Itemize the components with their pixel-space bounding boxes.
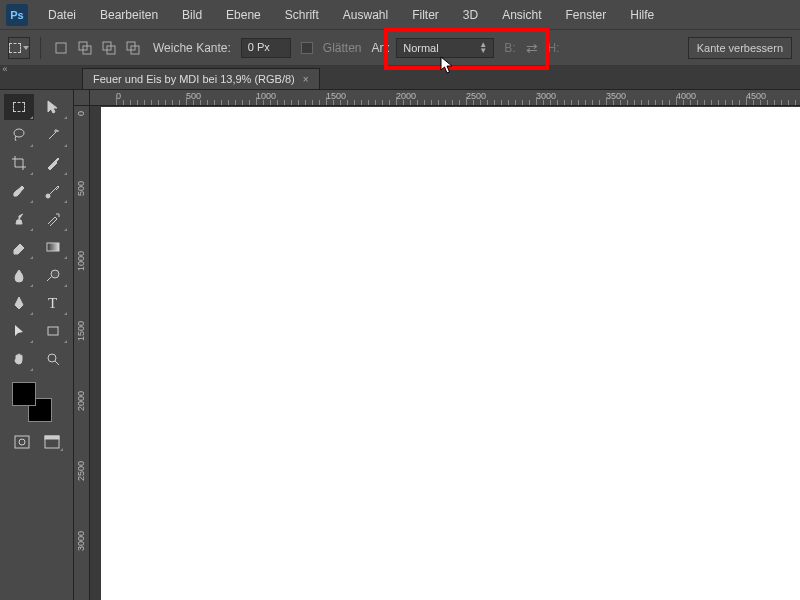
toolbox: T	[0, 90, 74, 600]
vertical-ruler[interactable]: 050010001500200025003000	[74, 106, 90, 600]
healing-brush-tool[interactable]	[4, 178, 34, 204]
menu-datei[interactable]: Datei	[36, 2, 88, 28]
selection-subtract-icon[interactable]	[99, 38, 119, 58]
style-label: Art:	[372, 41, 391, 55]
svg-point-11	[51, 270, 59, 278]
swap-dimensions-icon: ⇄	[526, 40, 538, 56]
canvas[interactable]	[101, 107, 800, 600]
width-label: B:	[504, 41, 515, 55]
foreground-color[interactable]	[12, 382, 36, 406]
menu-bearbeiten[interactable]: Bearbeiten	[88, 2, 170, 28]
magic-wand-tool[interactable]	[38, 122, 68, 148]
svg-rect-13	[48, 327, 58, 335]
style-value: Normal	[403, 42, 438, 54]
screenmode-button[interactable]	[40, 432, 64, 452]
marquee-tool[interactable]	[4, 94, 34, 120]
feather-input[interactable]: 0 Px	[241, 38, 291, 58]
document-tab-title: Feuer und Eis by MDI bei 13,9% (RGB/8)	[93, 73, 295, 85]
menu-schrift[interactable]: Schrift	[273, 2, 331, 28]
zoom-tool[interactable]	[38, 346, 68, 372]
move-tool[interactable]	[38, 94, 68, 120]
height-label: H:	[548, 41, 560, 55]
document-tab-bar: Feuer und Eis by MDI bei 13,9% (RGB/8) ×	[0, 66, 800, 90]
crop-tool[interactable]	[4, 150, 34, 176]
svg-rect-19	[45, 436, 59, 439]
dropdown-arrows-icon: ▲▼	[479, 42, 487, 54]
horizontal-ruler[interactable]: 050010001500200025003000350040004500	[90, 90, 800, 106]
ruler-origin[interactable]	[74, 90, 90, 106]
gradient-tool[interactable]	[38, 234, 68, 260]
shape-tool[interactable]	[38, 318, 68, 344]
svg-line-8	[49, 132, 56, 139]
svg-rect-10	[47, 243, 59, 251]
menu-ansicht[interactable]: Ansicht	[490, 2, 553, 28]
dodge-tool[interactable]	[38, 262, 68, 288]
svg-point-17	[19, 439, 25, 445]
history-brush-tool[interactable]	[38, 206, 68, 232]
quickmask-button[interactable]	[10, 432, 34, 452]
menu-filter[interactable]: Filter	[400, 2, 451, 28]
close-tab-icon[interactable]: ×	[303, 74, 309, 85]
app-logo: Ps	[6, 4, 28, 26]
eyedropper-tool[interactable]	[38, 150, 68, 176]
menu-hilfe[interactable]: Hilfe	[618, 2, 666, 28]
hand-tool[interactable]	[4, 346, 34, 372]
menu-auswahl[interactable]: Auswahl	[331, 2, 400, 28]
path-selection-tool[interactable]	[4, 318, 34, 344]
clone-stamp-tool[interactable]	[4, 206, 34, 232]
canvas-area: 050010001500200025003000350040004500 050…	[74, 90, 800, 600]
options-bar: Weiche Kante: 0 Px Glätten Art: Normal ▲…	[0, 30, 800, 66]
svg-point-9	[46, 194, 50, 198]
brush-tool[interactable]	[38, 178, 68, 204]
selection-mode-group	[51, 38, 143, 58]
menu-3d[interactable]: 3D	[451, 2, 490, 28]
svg-point-7	[14, 129, 24, 137]
style-dropdown[interactable]: Normal ▲▼	[396, 38, 494, 58]
svg-line-15	[55, 361, 59, 365]
eraser-tool[interactable]	[4, 234, 34, 260]
collapse-handle-icon[interactable]: «	[0, 64, 10, 78]
menu-bild[interactable]: Bild	[170, 2, 214, 28]
blur-tool[interactable]	[4, 262, 34, 288]
color-swatch[interactable]	[12, 382, 52, 422]
selection-intersect-icon[interactable]	[123, 38, 143, 58]
document-tab[interactable]: Feuer und Eis by MDI bei 13,9% (RGB/8) ×	[82, 68, 320, 89]
type-tool[interactable]: T	[38, 290, 68, 316]
menu-fenster[interactable]: Fenster	[554, 2, 619, 28]
antialias-label: Glätten	[323, 41, 362, 55]
selection-new-icon[interactable]	[51, 38, 71, 58]
lasso-tool[interactable]	[4, 122, 34, 148]
feather-label: Weiche Kante:	[153, 41, 231, 55]
menu-ebene[interactable]: Ebene	[214, 2, 273, 28]
menu-bar: Ps DateiBearbeitenBildEbeneSchriftAuswah…	[0, 0, 800, 30]
antialias-checkbox	[301, 42, 313, 54]
svg-rect-0	[56, 43, 66, 53]
svg-line-12	[47, 277, 51, 281]
svg-rect-16	[15, 436, 29, 448]
pen-tool[interactable]	[4, 290, 34, 316]
svg-point-14	[48, 354, 56, 362]
active-tool-indicator[interactable]	[8, 37, 30, 59]
selection-add-icon[interactable]	[75, 38, 95, 58]
refine-edge-button[interactable]: Kante verbessern	[688, 37, 792, 59]
